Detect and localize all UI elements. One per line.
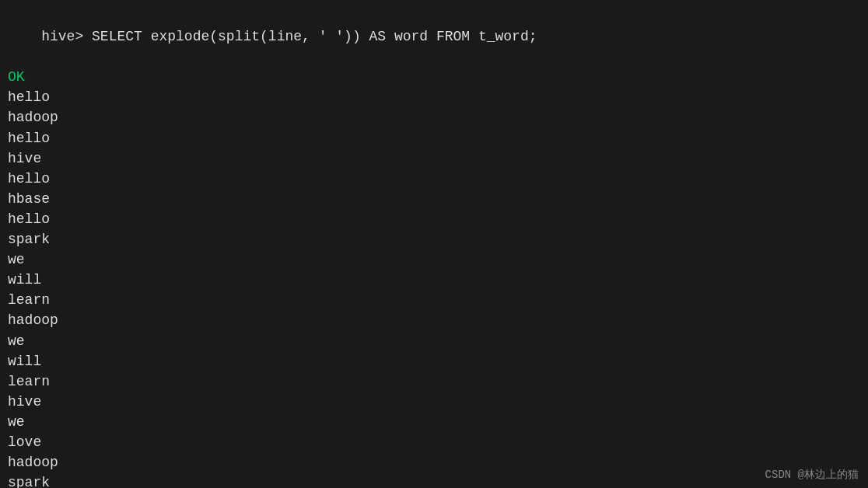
output-line: we — [8, 412, 860, 432]
output-line: learn — [8, 290, 860, 310]
output-line: spark — [8, 229, 860, 249]
command-text: SELECT explode(split(line, ' ')) AS word… — [83, 29, 537, 44]
ok-status: OK — [8, 67, 860, 87]
prompt: hive> — [41, 29, 83, 44]
terminal-window: hive> SELECT explode(split(line, ' ')) A… — [0, 0, 868, 488]
output-line: hive — [8, 148, 860, 169]
output-line: hello — [8, 87, 860, 107]
output-line: hello — [8, 169, 860, 189]
output-line: hive — [8, 392, 860, 412]
output-line: love — [8, 432, 860, 452]
output-line: we — [8, 249, 860, 270]
output-line: learn — [8, 371, 860, 392]
output-container: hellohadoophellohivehellohbasehellospark… — [8, 87, 860, 488]
output-line: will — [8, 270, 860, 290]
output-line: spark — [8, 472, 860, 488]
output-line: hello — [8, 128, 860, 148]
output-line: hadoop — [8, 107, 860, 127]
command-line: hive> SELECT explode(split(line, ' ')) A… — [8, 6, 860, 67]
watermark: CSDN @林边上的猫 — [765, 468, 859, 482]
output-line: hadoop — [8, 310, 860, 330]
output-line: will — [8, 351, 860, 371]
output-line: hadoop — [8, 452, 860, 472]
output-line: hbase — [8, 189, 860, 209]
output-line: hello — [8, 209, 860, 229]
output-line: we — [8, 331, 860, 351]
